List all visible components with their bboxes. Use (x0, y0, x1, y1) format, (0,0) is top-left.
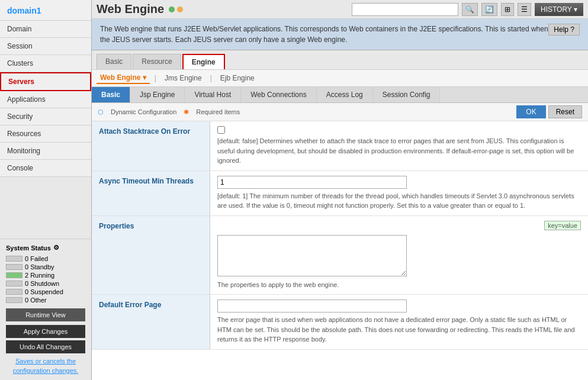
tab-basic[interactable]: Basic (97, 54, 131, 69)
history-button[interactable]: HISTORY ▾ (535, 3, 583, 16)
status-rows: 0 Failed 0 Standby 2 Running 0 Shutdown … (6, 255, 85, 304)
stacktrace-description: [default: false] Determines whether to a… (217, 136, 581, 166)
engine-sub-ejb[interactable]: Ejb Engine (217, 73, 258, 83)
sidebar-nav: Domain Session Clusters Servers Applicat… (0, 21, 91, 239)
sidebar-item-monitoring[interactable]: Monitoring (0, 143, 91, 160)
required-items-icon: ✱ (184, 108, 189, 116)
top-right: 🔍 🔄 ⊞ ☰ HISTORY ▾ (352, 3, 583, 16)
page-title-dots (169, 7, 183, 12)
status-bar-suspended (6, 289, 23, 295)
status-label-standby: 0 Standby (25, 263, 54, 270)
status-label-other: 0 Other (25, 297, 47, 304)
engine-sub-web[interactable]: Web Engine ▾ (97, 72, 150, 84)
inner-tab-jsp[interactable]: Jsp Engine (130, 87, 185, 102)
undo-changes-button[interactable]: Undo All Changes (6, 340, 85, 353)
dynamic-config-icon: ⬡ (98, 108, 104, 116)
sidebar-item-domain[interactable]: Domain (0, 21, 91, 38)
top-bar: Web Engine 🔍 🔄 ⊞ ☰ HISTORY ▾ (92, 0, 588, 19)
dot-yellow (177, 7, 183, 12)
reset-button[interactable]: Reset (548, 105, 582, 118)
async-timeout-description: [default: 1] The minimum number of threa… (217, 191, 581, 211)
list-button[interactable]: ☰ (518, 3, 531, 16)
form-section-stacktrace: Attach Stacktrace On Error [default: fal… (92, 121, 588, 171)
status-bar-standby (6, 264, 23, 270)
form-section-properties: Properties key=value The properties to a… (92, 216, 588, 295)
info-text: The Web engine that runs J2EE Web/Servle… (100, 24, 548, 45)
status-bar-failed (6, 256, 23, 262)
async-timeout-input[interactable] (217, 176, 407, 189)
status-row-other: 0 Other (6, 297, 85, 304)
tab-engine[interactable]: Engine (182, 54, 225, 69)
sidebar-item-servers[interactable]: Servers (0, 72, 91, 91)
inner-tab-basic[interactable]: Basic (92, 87, 130, 102)
sidebar-item-security[interactable]: Security (0, 108, 91, 125)
page-title-text: Web Engine (97, 2, 164, 16)
content-area: Attach Stacktrace On Error [default: fal… (92, 121, 588, 380)
config-bar: ⬡ Dynamic Configuration ✱ Required items… (92, 103, 588, 121)
status-label-failed: 0 Failed (25, 255, 48, 262)
form-content-stacktrace: [default: false] Determines whether to a… (210, 121, 588, 170)
page-title-area: Web Engine (97, 2, 183, 16)
refresh-button[interactable]: 🔄 (481, 3, 497, 16)
dot-green (169, 7, 175, 12)
status-bar-shutdown (6, 281, 23, 286)
status-bar-other (6, 297, 23, 303)
stacktrace-checkbox[interactable] (217, 126, 225, 134)
search-button[interactable]: 🔍 (462, 3, 478, 16)
default-error-input[interactable] (217, 300, 407, 313)
engine-sub-jms[interactable]: Jms Engine (161, 73, 205, 83)
sidebar-item-applications[interactable]: Applications (0, 91, 91, 108)
required-items-label: Required items (196, 108, 240, 115)
properties-textarea[interactable] (217, 235, 407, 276)
help-button[interactable]: Help ? (548, 24, 580, 36)
inner-tab-session-config[interactable]: Session Config (373, 87, 441, 102)
sidebar: domain1 Domain Session Clusters Servers … (0, 0, 92, 380)
sidebar-item-console[interactable]: Console (0, 160, 91, 177)
inner-tab-web-connections[interactable]: Web Connections (241, 87, 317, 102)
status-label-shutdown: 0 Shutdown (25, 280, 59, 287)
grid-button[interactable]: ⊞ (501, 3, 514, 16)
key-value-hint: key=value (544, 221, 581, 230)
tab-resource[interactable]: Resource (133, 54, 181, 69)
properties-description: The properties to apply to the web engin… (217, 280, 581, 290)
form-section-async-timeout: Async Timeout Min Threads [default: 1] T… (92, 171, 588, 216)
form-content-properties: key=value The properties to apply to the… (210, 216, 588, 295)
status-row-shutdown: 0 Shutdown (6, 280, 85, 287)
search-input[interactable] (352, 3, 458, 16)
runtime-view-button[interactable]: Runtime View (6, 308, 85, 321)
form-section-default-error: Default Error Page The error page that i… (92, 295, 588, 350)
info-bar: The Web engine that runs J2EE Web/Servle… (92, 19, 588, 50)
status-row-running: 2 Running (6, 272, 85, 279)
status-row-standby: 0 Standby (6, 263, 85, 270)
apply-changes-button[interactable]: Apply Changes (6, 325, 85, 338)
status-bar-running (6, 272, 23, 278)
form-label-async-timeout: Async Timeout Min Threads (92, 171, 210, 215)
status-row-suspended: 0 Suspended (6, 288, 85, 295)
sidebar-title: domain1 (0, 0, 91, 21)
form-content-async-timeout: [default: 1] The minimum number of threa… (210, 171, 588, 215)
sidebar-item-resources[interactable]: Resources (0, 125, 91, 143)
status-label-running: 2 Running (25, 272, 54, 279)
form-label-properties: Properties (92, 216, 210, 295)
sidebar-item-clusters[interactable]: Clusters (0, 55, 91, 72)
ok-button[interactable]: OK (516, 105, 545, 118)
engine-sub-nav: Web Engine ▾ | Jms Engine | Ejb Engine (92, 70, 588, 87)
status-row-failed: 0 Failed (6, 255, 85, 262)
main-content: Web Engine 🔍 🔄 ⊞ ☰ HISTORY ▾ The Web eng… (92, 0, 588, 380)
inner-tab-access-log[interactable]: Access Log (317, 87, 373, 102)
inner-tab-virtual-host[interactable]: Virtual Host (185, 87, 241, 102)
form-content-default-error: The error page that is used when web app… (210, 295, 588, 349)
tab-nav: Basic Resource Engine (92, 50, 588, 70)
system-status-title-label: System Status (6, 244, 51, 252)
form-label-stacktrace: Attach Stacktrace On Error (92, 121, 210, 170)
status-label-suspended: 0 Suspended (25, 288, 63, 295)
inner-tabs: Basic Jsp Engine Virtual Host Web Connec… (92, 87, 588, 103)
dynamic-config-label: Dynamic Configuration (111, 108, 176, 115)
system-status: System Status ⚙ 0 Failed 0 Standby 2 Run… (0, 239, 91, 380)
form-label-default-error: Default Error Page (92, 295, 210, 349)
saves-link[interactable]: Saves or cancels the configuration chang… (6, 357, 85, 375)
sidebar-item-session[interactable]: Session (0, 38, 91, 55)
system-status-icon: ⚙ (53, 244, 59, 252)
default-error-description: The error page that is used when web app… (217, 315, 581, 344)
